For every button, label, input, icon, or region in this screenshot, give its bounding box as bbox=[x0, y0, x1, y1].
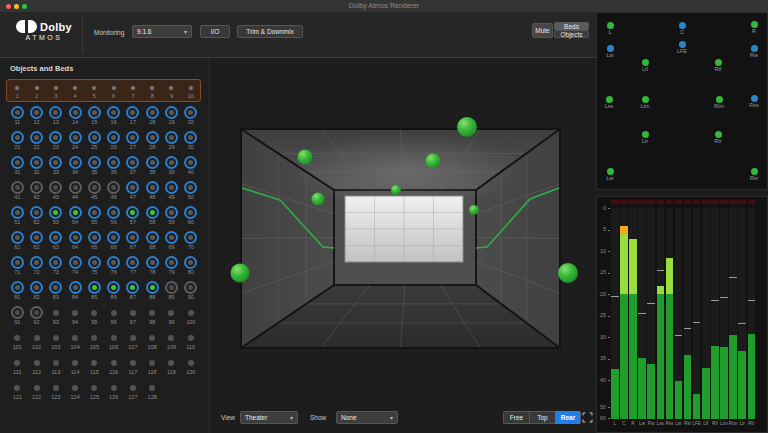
object-circle-20[interactable] bbox=[184, 106, 197, 119]
beds-toggle-button[interactable]: Beds bbox=[554, 22, 589, 30]
object-circle-87[interactable] bbox=[126, 281, 139, 294]
object-circle-85[interactable] bbox=[88, 281, 101, 294]
object-circle-44[interactable] bbox=[69, 181, 82, 194]
object-circle-64[interactable] bbox=[69, 231, 82, 244]
bed-dot-9[interactable] bbox=[168, 85, 174, 91]
object-circle-12[interactable] bbox=[30, 106, 43, 119]
object-circle-35[interactable] bbox=[88, 156, 101, 169]
bed-dot-2[interactable] bbox=[34, 85, 40, 91]
object-dot-104[interactable] bbox=[72, 335, 78, 341]
object-circle-48[interactable] bbox=[146, 181, 159, 194]
object-circle-73[interactable] bbox=[49, 256, 62, 269]
object-circle-11[interactable] bbox=[11, 106, 24, 119]
object-dot-105[interactable] bbox=[91, 335, 97, 341]
object-dot-102[interactable] bbox=[34, 335, 40, 341]
object-sphere-2[interactable] bbox=[298, 150, 313, 165]
object-dot-120[interactable] bbox=[188, 360, 194, 366]
object-circle-21[interactable] bbox=[11, 131, 24, 144]
bed-dot-3[interactable] bbox=[53, 85, 59, 91]
io-button[interactable]: I/O bbox=[200, 25, 230, 38]
object-circle-69[interactable] bbox=[165, 231, 178, 244]
object-dot-107[interactable] bbox=[130, 335, 136, 341]
bed-dot-8[interactable] bbox=[149, 85, 155, 91]
object-circle-52[interactable] bbox=[30, 206, 43, 219]
object-circle-39[interactable] bbox=[165, 156, 178, 169]
object-circle-71[interactable] bbox=[11, 256, 24, 269]
object-circle-60[interactable] bbox=[184, 206, 197, 219]
object-dot-94[interactable] bbox=[72, 310, 78, 316]
object-circle-16[interactable] bbox=[107, 106, 120, 119]
object-circle-70[interactable] bbox=[184, 231, 197, 244]
mute-button[interactable]: Mute bbox=[532, 23, 553, 38]
object-dot-96[interactable] bbox=[111, 310, 117, 316]
monitoring-select[interactable]: 9.1.6 ▾ bbox=[132, 25, 192, 38]
object-circle-72[interactable] bbox=[30, 256, 43, 269]
object-circle-27[interactable] bbox=[126, 131, 139, 144]
object-dot-116[interactable] bbox=[111, 360, 117, 366]
object-circle-62[interactable] bbox=[30, 231, 43, 244]
object-circle-15[interactable] bbox=[88, 106, 101, 119]
fullscreen-icon[interactable] bbox=[582, 412, 593, 423]
object-dot-128[interactable] bbox=[149, 385, 155, 391]
object-dot-97[interactable] bbox=[130, 310, 136, 316]
object-circle-53[interactable] bbox=[49, 206, 62, 219]
object-circle-66[interactable] bbox=[107, 231, 120, 244]
bed-dot-7[interactable] bbox=[130, 85, 136, 91]
object-circle-86[interactable] bbox=[107, 281, 120, 294]
object-dot-112[interactable] bbox=[34, 360, 40, 366]
object-circle-58[interactable] bbox=[146, 206, 159, 219]
object-circle-79[interactable] bbox=[165, 256, 178, 269]
room-3d-view[interactable] bbox=[210, 58, 593, 400]
object-circle-78[interactable] bbox=[146, 256, 159, 269]
object-dot-114[interactable] bbox=[72, 360, 78, 366]
object-circle-54[interactable] bbox=[69, 206, 82, 219]
object-dot-106[interactable] bbox=[111, 335, 117, 341]
object-circle-92[interactable] bbox=[30, 306, 43, 319]
object-circle-75[interactable] bbox=[88, 256, 101, 269]
trim-downmix-button[interactable]: Trim & Downmix bbox=[237, 25, 303, 38]
object-dot-101[interactable] bbox=[14, 335, 20, 341]
object-circle-65[interactable] bbox=[88, 231, 101, 244]
object-circle-31[interactable] bbox=[11, 156, 24, 169]
object-circle-67[interactable] bbox=[126, 231, 139, 244]
object-dot-103[interactable] bbox=[53, 335, 59, 341]
object-circle-29[interactable] bbox=[165, 131, 178, 144]
object-circle-18[interactable] bbox=[146, 106, 159, 119]
object-circle-63[interactable] bbox=[49, 231, 62, 244]
object-dot-117[interactable] bbox=[130, 360, 136, 366]
object-circle-89[interactable] bbox=[165, 281, 178, 294]
object-dot-118[interactable] bbox=[149, 360, 155, 366]
bed-dot-1[interactable] bbox=[14, 85, 20, 91]
object-circle-32[interactable] bbox=[30, 156, 43, 169]
object-circle-41[interactable] bbox=[11, 181, 24, 194]
view-mode-free-button[interactable]: Free bbox=[503, 411, 529, 424]
object-dot-110[interactable] bbox=[188, 335, 194, 341]
object-circle-14[interactable] bbox=[69, 106, 82, 119]
object-dot-126[interactable] bbox=[111, 385, 117, 391]
object-sphere-6[interactable] bbox=[469, 205, 479, 215]
object-circle-68[interactable] bbox=[146, 231, 159, 244]
object-dot-100[interactable] bbox=[188, 310, 194, 316]
object-circle-26[interactable] bbox=[107, 131, 120, 144]
view-select[interactable]: Theater ▾ bbox=[240, 411, 298, 424]
object-circle-57[interactable] bbox=[126, 206, 139, 219]
object-sphere-1[interactable] bbox=[457, 117, 477, 137]
object-circle-74[interactable] bbox=[69, 256, 82, 269]
object-circle-23[interactable] bbox=[49, 131, 62, 144]
object-circle-22[interactable] bbox=[30, 131, 43, 144]
object-circle-50[interactable] bbox=[184, 181, 197, 194]
object-circle-38[interactable] bbox=[146, 156, 159, 169]
object-circle-24[interactable] bbox=[69, 131, 82, 144]
view-mode-rear-button[interactable]: Rear bbox=[555, 411, 581, 424]
object-circle-34[interactable] bbox=[69, 156, 82, 169]
object-sphere-8[interactable] bbox=[558, 263, 578, 283]
view-mode-top-button[interactable]: Top bbox=[529, 411, 555, 424]
object-circle-56[interactable] bbox=[107, 206, 120, 219]
object-dot-119[interactable] bbox=[168, 360, 174, 366]
object-circle-80[interactable] bbox=[184, 256, 197, 269]
object-circle-17[interactable] bbox=[126, 106, 139, 119]
object-dot-95[interactable] bbox=[91, 310, 97, 316]
bed-dot-4[interactable] bbox=[72, 85, 78, 91]
object-circle-37[interactable] bbox=[126, 156, 139, 169]
object-sphere-5[interactable] bbox=[312, 193, 325, 206]
